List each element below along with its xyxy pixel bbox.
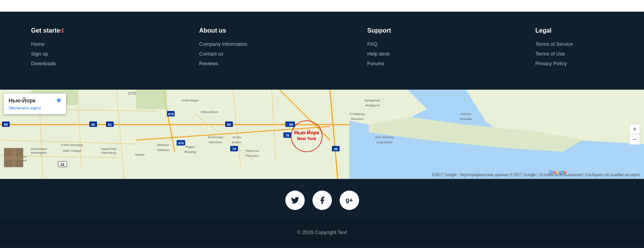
svg-text:Reading: Reading: [184, 150, 196, 154]
footer-link-signup[interactable]: Sign up: [31, 51, 109, 57]
svg-text:Long Island: Long Island: [376, 140, 392, 144]
svg-text:Harrisburg: Harrisburg: [101, 151, 116, 154]
footer-link-company-info[interactable]: Company Information: [199, 41, 277, 47]
map-zoom-out-button[interactable]: −: [630, 134, 640, 144]
social-section: g+: [0, 179, 644, 222]
svg-text:80: 80: [227, 123, 231, 127]
copyright-text: © 2016 Copyright Text: [297, 229, 347, 235]
footer-link-downloads[interactable]: Downloads: [31, 61, 109, 66]
svg-text:80: 80: [91, 123, 95, 127]
map-city-name: Нью-Йорк ★: [9, 97, 61, 104]
svg-text:Херши: Херши: [135, 153, 144, 156]
svg-text:Рединг: Рединг: [185, 145, 195, 149]
svg-text:Алке-Барре: Алке-Барре: [182, 99, 199, 102]
footer-link-tos[interactable]: Terms of Service: [535, 41, 613, 47]
footer-col-about-us: About us Company Information Contact us …: [199, 27, 277, 70]
red-dot: d: [60, 27, 64, 34]
svg-text:Стейт Колледж: Стейт Колледж: [61, 143, 83, 147]
googleplus-button[interactable]: g+: [340, 191, 359, 210]
svg-text:Montauk: Montauk: [460, 117, 472, 121]
footer-col-title-support: Support: [367, 27, 445, 34]
svg-text:State College: State College: [62, 149, 82, 153]
footer-nav: Get started Home Sign up Downloads About…: [0, 12, 644, 90]
googleplus-icon: g+: [345, 197, 353, 204]
svg-text:Истон: Истон: [233, 135, 241, 139]
footer-link-reviews[interactable]: Reviews: [199, 61, 277, 66]
map-attribution: ©2017 Google · Картографические данные ©…: [432, 173, 640, 177]
svg-text:Нью-Йорк: Нью-Йорк: [294, 130, 319, 135]
footer-link-contact-us[interactable]: Contact us: [199, 51, 277, 57]
svg-text:Леbanon: Леbanon: [157, 143, 169, 147]
svg-text:Wilkes-Barre: Wilkes-Barre: [201, 110, 219, 114]
svg-text:Гаррисберг: Гаррисберг: [101, 147, 117, 151]
footer-link-tou[interactable]: Terms of Use: [535, 51, 613, 57]
map-section[interactable]: 80 476 287 78 Нью-Йорк New York Алтуна A…: [0, 90, 644, 179]
footer-col-support: Support FAQ Help desk Forums: [367, 27, 445, 70]
svg-text:Bridgeport: Bridgeport: [366, 104, 380, 107]
svg-text:Хантингдон: Хантингдон: [31, 147, 47, 151]
map-info-box: Нью-Йорк ★ Увеличить карту: [4, 94, 66, 114]
svg-rect-81: [12, 148, 16, 167]
svg-text:22: 22: [61, 163, 64, 166]
footer-link-forums[interactable]: Forums: [367, 61, 445, 66]
svg-text:Лебанон: Лебанон: [157, 148, 169, 152]
facebook-button[interactable]: [312, 191, 332, 210]
svg-text:Huntingdon: Huntingdon: [31, 151, 47, 154]
footer-link-home[interactable]: Home: [31, 41, 109, 47]
footer-link-helpdesk[interactable]: Help desk: [367, 51, 445, 57]
footer-col-title-about-us: About us: [199, 27, 277, 34]
svg-text:Stamford: Stamford: [351, 117, 363, 121]
svg-text:Аллентаун: Аллентаун: [208, 135, 223, 139]
footer-col-title-get-started: Get started: [31, 27, 109, 34]
map-star-icon: ★: [56, 97, 61, 104]
svg-text:99: 99: [4, 123, 8, 127]
svg-text:81: 81: [108, 123, 112, 127]
svg-text:(220): (220): [128, 91, 136, 95]
map-thumbnail: [4, 148, 23, 167]
svg-text:Принстон: Принстон: [245, 149, 259, 153]
footer-link-privacy[interactable]: Privacy Policy: [535, 61, 613, 66]
svg-text:Easton: Easton: [232, 140, 242, 144]
twitter-button[interactable]: [285, 191, 305, 210]
footer-col-legal: Legal Terms of Service Terms of Use Priv…: [535, 27, 613, 70]
footer-col-get-started: Get started Home Sign up Downloads: [31, 27, 109, 70]
svg-text:Монток: Монток: [460, 112, 471, 116]
map-zoom-in-button[interactable]: +: [630, 124, 640, 134]
top-bar: [0, 0, 644, 12]
svg-rect-20: [136, 90, 167, 109]
map-enlarge-link[interactable]: Увеличить карту: [9, 106, 41, 110]
map-zoom-controls: + −: [629, 124, 640, 145]
svg-text:476: 476: [178, 141, 184, 145]
svg-text:78: 78: [285, 134, 289, 137]
svg-text:Allentown: Allentown: [209, 140, 222, 144]
svg-text:80: 80: [289, 123, 293, 127]
footer-link-faq[interactable]: FAQ: [367, 41, 445, 47]
svg-text:Princeton: Princeton: [246, 154, 259, 158]
footer-col-title-legal: Legal: [535, 27, 613, 34]
svg-text:New York: New York: [297, 136, 316, 141]
map-city-label: Нью-Йорк: [9, 97, 36, 104]
copyright-section: © 2016 Copyright Text: [0, 222, 644, 243]
svg-text:78: 78: [232, 147, 236, 151]
svg-text:Стэмфорд: Стэмфорд: [350, 112, 365, 116]
svg-text:Лонг-Айленд: Лонг-Айленд: [375, 135, 394, 139]
svg-text:95: 95: [334, 147, 338, 151]
svg-text:Бриджпорт: Бриджпорт: [365, 99, 381, 102]
svg-text:476: 476: [168, 112, 174, 116]
